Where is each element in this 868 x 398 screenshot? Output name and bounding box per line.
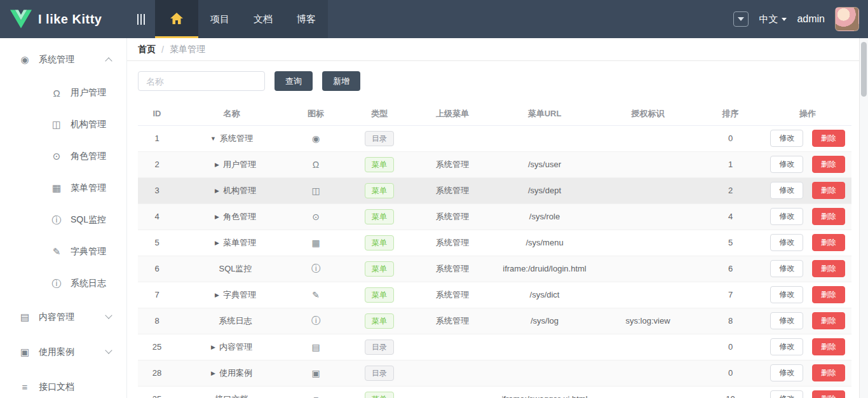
tree-expand-icon[interactable]: ▼ [210, 135, 216, 142]
type-badge: 菜单 [365, 287, 394, 303]
table-row[interactable]: 4 ▶ 角色管理 ⊙ 菜单 系统管理 /sys/role 4 修改 删除 [138, 203, 851, 230]
edit-button[interactable]: 修改 [770, 130, 803, 147]
fullscreen-dropdown-button[interactable] [733, 11, 749, 27]
cell-parent [414, 334, 491, 360]
sidebar-item[interactable]: ◫ 机构管理 [0, 109, 126, 141]
nav-home[interactable] [155, 0, 198, 38]
app-logo[interactable]: I like Kitty [0, 0, 127, 38]
tree-expand-icon[interactable]: ▶ [211, 344, 215, 350]
breadcrumb-home[interactable]: 首页 [138, 44, 156, 55]
sidebar-item[interactable]: ▤ 内容管理 [0, 299, 126, 334]
delete-button[interactable]: 删除 [812, 156, 845, 173]
sidebar-toggle-button[interactable] [127, 0, 155, 38]
sidebar-item[interactable]: Ω 用户管理 [0, 77, 126, 109]
breadcrumb-separator: / [161, 45, 164, 55]
column-header-parent: 上级菜单 [414, 102, 491, 125]
edit-button[interactable]: 修改 [770, 182, 803, 199]
edit-button[interactable]: 修改 [770, 364, 803, 381]
cell-parent: 系统管理 [414, 256, 491, 282]
edit-button[interactable]: 修改 [770, 390, 803, 398]
tree-expand-icon[interactable]: ▶ [215, 188, 219, 194]
cell-order: 2 [697, 177, 764, 203]
delete-button[interactable]: 删除 [812, 208, 845, 225]
menu-name-label: 菜单管理 [223, 237, 256, 249]
add-button[interactable]: 新增 [322, 71, 360, 91]
edit-button[interactable]: 修改 [770, 208, 803, 225]
table-row[interactable]: 7 ▶ 字典管理 ✎ 菜单 系统管理 /sys/dict 7 修改 删除 [138, 282, 851, 308]
type-badge: 目录 [365, 131, 394, 146]
delete-button[interactable]: 删除 [812, 130, 845, 147]
type-badge: 菜单 [365, 235, 394, 250]
table-row[interactable]: 3 ▶ 机构管理 ◫ 菜单 系统管理 /sys/dept 2 修改 删除 [138, 177, 851, 203]
delete-button[interactable]: 删除 [812, 182, 845, 199]
cell-perms [599, 386, 697, 398]
search-input[interactable] [138, 71, 265, 91]
scrollbar-thumb[interactable] [861, 42, 867, 97]
table-row[interactable]: 1 ▼ 系统管理 ◉ 目录 0 修改 删除 [138, 125, 851, 151]
menu-table: ID 名称 图标 类型 上级菜单 菜单URL 授权标识 排序 操作 1 ▼ 系统… [138, 102, 851, 398]
cell-id: 1 [138, 125, 176, 151]
avatar[interactable] [835, 7, 859, 31]
sidebar-item[interactable]: ◉ 系统管理 [0, 42, 126, 77]
delete-button[interactable]: 删除 [812, 312, 845, 329]
tree-expand-icon[interactable]: ▶ [215, 240, 219, 246]
type-badge: 菜单 [365, 392, 394, 398]
edit-icon: ✎ [51, 246, 62, 257]
table-row[interactable]: 6 SQL监控 ⓘ 菜单 系统管理 iframe:/druid/login.ht… [138, 256, 851, 282]
edit-button[interactable]: 修改 [770, 156, 803, 173]
column-header-url: 菜单URL [491, 102, 599, 125]
tree-expand-icon[interactable]: ▶ [215, 161, 219, 168]
cell-perms [599, 125, 697, 151]
table-row[interactable]: 8 系统日志 ⓘ 菜单 系统管理 /sys/log sys:log:view 8… [138, 308, 851, 334]
table-row[interactable]: 5 ▶ 菜单管理 ▦ 菜单 系统管理 /sys/menu 5 修改 删除 [138, 230, 851, 256]
page-scrollbar[interactable] [859, 38, 868, 398]
table-row[interactable]: 25 ▶ 内容管理 ▤ 目录 0 修改 删除 [138, 334, 851, 360]
chevron-down-icon [738, 17, 744, 21]
edit-button[interactable]: 修改 [770, 338, 803, 355]
edit-button[interactable]: 修改 [770, 234, 803, 251]
cell-perms [599, 256, 697, 282]
type-badge: 菜单 [365, 157, 394, 172]
query-button[interactable]: 查询 [275, 71, 313, 91]
info-icon: ⓘ [51, 214, 62, 226]
cell-perms [599, 203, 697, 230]
delete-button[interactable]: 删除 [812, 390, 845, 398]
nav-blog[interactable]: 博客 [285, 0, 328, 38]
delete-button[interactable]: 删除 [812, 234, 845, 251]
table-row[interactable]: 35 接口文档 ≡ 菜单 iframe:/swagger-ui.html 10 … [138, 386, 851, 398]
hamburger-icon [137, 14, 139, 25]
tree-expand-icon[interactable]: ▶ [215, 292, 219, 298]
tree-expand-icon[interactable]: ▶ [215, 214, 219, 220]
headset-icon: Ω [287, 151, 344, 177]
language-selector[interactable]: 中文 [759, 13, 787, 25]
sidebar-item[interactable]: ⓘ SQL监控 [0, 204, 126, 236]
breadcrumb-current: 菜单管理 [170, 44, 205, 55]
cell-perms [599, 334, 697, 360]
nav-projects[interactable]: 项目 [198, 0, 241, 38]
cell-parent [414, 125, 491, 151]
tree-expand-icon[interactable]: ▶ [211, 370, 215, 376]
sidebar-item[interactable]: ▣ 使用案例 [0, 334, 126, 369]
delete-button[interactable]: 删除 [812, 338, 845, 355]
cell-url: /sys/log [491, 308, 599, 334]
table-row[interactable]: 2 ▶ 用户管理 Ω 菜单 系统管理 /sys/user 1 修改 删除 [138, 151, 851, 177]
sidebar-item[interactable]: ✎ 字典管理 [0, 236, 126, 268]
delete-button[interactable]: 删除 [812, 364, 845, 381]
sidebar-item[interactable]: ⊙ 角色管理 [0, 141, 126, 172]
menu-name-label: 使用案例 [219, 367, 252, 379]
eye-icon: ⊙ [51, 151, 62, 162]
sidebar-item[interactable]: ≡ 接口文档 [0, 369, 126, 398]
edit-button[interactable]: 修改 [770, 286, 803, 303]
nav-docs[interactable]: 文档 [241, 0, 285, 38]
type-badge: 菜单 [365, 261, 394, 277]
table-row[interactable]: 28 ▶ 使用案例 ▣ 目录 0 修改 删除 [138, 360, 851, 386]
delete-button[interactable]: 删除 [812, 260, 845, 277]
edit-button[interactable]: 修改 [770, 312, 803, 329]
edit-button[interactable]: 修改 [770, 260, 803, 277]
column-header-icon: 图标 [287, 102, 344, 125]
username-label[interactable]: admin [797, 13, 825, 25]
sidebar-item[interactable]: ⓘ 系统日志 [0, 268, 126, 299]
document-icon: ▤ [287, 334, 344, 360]
sidebar-item[interactable]: ▦ 菜单管理 [0, 172, 126, 204]
delete-button[interactable]: 删除 [812, 286, 845, 303]
